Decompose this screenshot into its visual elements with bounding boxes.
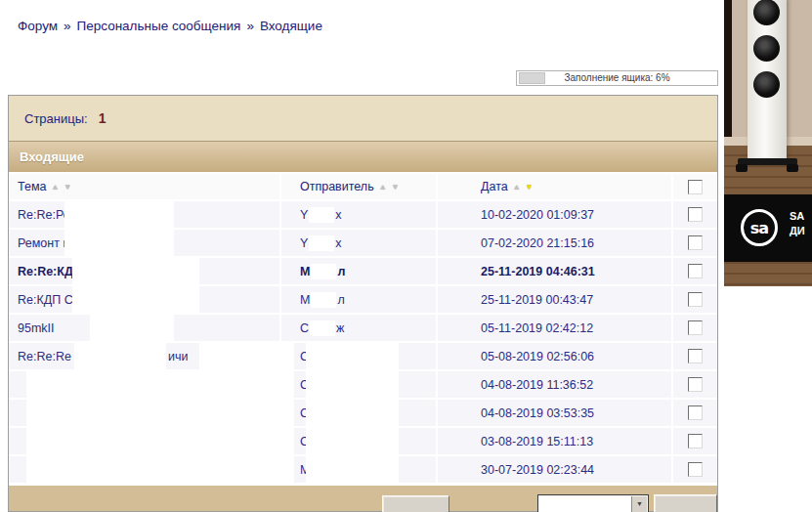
- mailbox-fill-label: Заполнение ящика: 6%: [517, 71, 717, 84]
- speaker-driver-icon: [753, 71, 780, 98]
- message-checkbox[interactable]: [688, 292, 703, 307]
- message-date: 30-07-2019 02:23:44: [481, 463, 594, 477]
- message-checkbox[interactable]: [688, 462, 703, 477]
- page: { "breadcrumb": { "separator": "»", "ite…: [0, 0, 812, 512]
- sort-asc-icon[interactable]: ▲: [513, 183, 521, 192]
- sort-desc-icon[interactable]: ▼: [64, 183, 71, 192]
- redaction-box: [90, 315, 174, 341]
- ad-banner[interactable]: sa SA ДИ: [724, 0, 812, 286]
- delete-selected-button[interactable]: [382, 495, 449, 512]
- message-topic-link[interactable]: Ремонт к: [18, 236, 68, 250]
- message-topic-link[interactable]: Re:Re:КД: [18, 265, 73, 278]
- sort-desc-icon[interactable]: ▼: [526, 183, 534, 192]
- checkbox-cell: [673, 400, 717, 426]
- pages-bar: Страницы: 1: [9, 96, 717, 141]
- message-checkbox[interactable]: [688, 235, 703, 250]
- sender-first: Y: [300, 208, 308, 222]
- banner-caption: SA ДИ: [790, 209, 805, 238]
- checkbox-cell: [673, 428, 717, 454]
- select-dropdown-arrow-icon[interactable]: ▼: [631, 496, 647, 512]
- message-date: 05-11-2019 02:42:12: [481, 321, 593, 335]
- sender-last: л: [337, 265, 345, 278]
- checkbox-cell: [673, 201, 717, 228]
- inbox-title-bar: Входящие: [9, 141, 717, 172]
- redaction-box: [74, 343, 166, 369]
- message-date: 25-11-2019 00:43:47: [481, 293, 593, 307]
- date-cell: 03-08-2019 15:11:13: [438, 428, 671, 454]
- mailbox-fill-meter: Заполнение ящика: 6%: [516, 70, 718, 86]
- message-topic-link[interactable]: 95mkII: [18, 321, 55, 335]
- column-header-date[interactable]: Дата ▲ ▼: [438, 174, 671, 199]
- speaker-driver-icon: [753, 0, 780, 25]
- ad-dark-edge: [724, 0, 732, 147]
- redaction-box: [26, 369, 294, 484]
- breadcrumb-separator: »: [246, 19, 254, 33]
- message-checkbox[interactable]: [688, 207, 703, 222]
- sender-inline-redaction: [311, 264, 336, 279]
- message-checkbox[interactable]: [688, 349, 703, 363]
- sender-cell: Мл: [281, 286, 436, 313]
- action-select[interactable]: ▼: [537, 494, 649, 512]
- sender-cell: Yx: [281, 201, 436, 228]
- sender-first: М: [300, 265, 310, 278]
- sort-desc-icon[interactable]: ▼: [392, 183, 400, 192]
- speaker-driver-icon: [753, 35, 780, 62]
- sender-last: л: [337, 293, 344, 307]
- checkbox-cell: [673, 315, 717, 341]
- pages-label: Страницы:: [24, 111, 88, 126]
- column-header-topic[interactable]: Тема ▲ ▼: [9, 174, 279, 199]
- message-date: 04-08-2019 11:36:52: [481, 378, 593, 392]
- sender-cell: Мл: [281, 258, 436, 284]
- message-date: 05-08-2019 02:56:06: [481, 350, 594, 363]
- header-checkbox-cell: [673, 174, 717, 199]
- message-topic-link[interactable]: Re:Re:Re: [18, 350, 71, 363]
- checkbox-cell: [673, 371, 717, 398]
- speaker-foot: [787, 164, 798, 172]
- breadcrumb-link-private-messages[interactable]: Персональные сообщения: [77, 19, 241, 33]
- sender-last: x: [335, 208, 341, 222]
- message-checkbox[interactable]: [688, 320, 703, 335]
- message-date: 03-08-2019 15:11:13: [481, 435, 593, 448]
- checkbox-cell: [673, 343, 717, 369]
- message-date: 25-11-2019 04:46:31: [481, 265, 595, 278]
- date-cell: 25-11-2019 00:43:47: [438, 286, 671, 313]
- date-cell: 07-02-2020 21:15:16: [438, 230, 671, 256]
- checkbox-cell: [673, 230, 717, 256]
- sender-inline-redaction: [310, 320, 335, 336]
- checkbox-cell: [673, 456, 717, 483]
- date-cell: 05-11-2019 02:42:12: [438, 315, 671, 341]
- date-cell: 05-08-2019 02:56:06: [438, 343, 671, 369]
- message-topic-link[interactable]: Re:КДП С: [18, 293, 73, 307]
- sort-asc-icon[interactable]: ▲: [379, 183, 387, 192]
- redaction-box: [72, 258, 199, 315]
- date-cell: 30-07-2019 02:23:44: [438, 456, 671, 483]
- date-cell: 04-08-2019 11:36:52: [438, 371, 671, 398]
- brand-banner: sa SA ДИ: [724, 194, 812, 262]
- message-date: 10-02-2020 01:09:37: [481, 208, 594, 222]
- date-cell: 10-02-2020 01:09:37: [438, 201, 671, 228]
- sender-inline-redaction: [311, 292, 336, 308]
- speaker-photo: [748, 0, 787, 162]
- message-checkbox[interactable]: [688, 405, 703, 420]
- sender-first: М: [300, 293, 310, 307]
- current-page-number[interactable]: 1: [99, 110, 107, 126]
- banner-caption-line2: ДИ: [790, 224, 805, 238]
- breadcrumb: Форум»Персональные сообщения»Входящие: [18, 19, 322, 33]
- select-all-checkbox[interactable]: [688, 180, 703, 194]
- message-date: 04-08-2019 03:53:35: [481, 406, 594, 420]
- column-header-sender-label: Отправитель: [300, 180, 374, 193]
- redaction-box: [306, 343, 399, 484]
- breadcrumb-separator: »: [64, 19, 71, 33]
- message-checkbox[interactable]: [688, 434, 703, 448]
- breadcrumb-link-forum[interactable]: Форум: [18, 19, 58, 33]
- column-header-sender[interactable]: Отправитель ▲ ▼: [281, 174, 436, 199]
- checkbox-cell: [673, 258, 717, 284]
- message-topic-link[interactable]: Re:Re:Ре: [18, 208, 70, 222]
- message-checkbox[interactable]: [688, 377, 703, 392]
- go-button[interactable]: [654, 494, 717, 512]
- message-checkbox[interactable]: [688, 264, 703, 278]
- redaction-box: [199, 343, 294, 369]
- checkbox-cell: [673, 286, 717, 313]
- table-header-row: Тема ▲ ▼ Отправитель ▲ ▼ Дата ▲ ▼: [9, 174, 717, 199]
- sort-asc-icon[interactable]: ▲: [51, 183, 59, 192]
